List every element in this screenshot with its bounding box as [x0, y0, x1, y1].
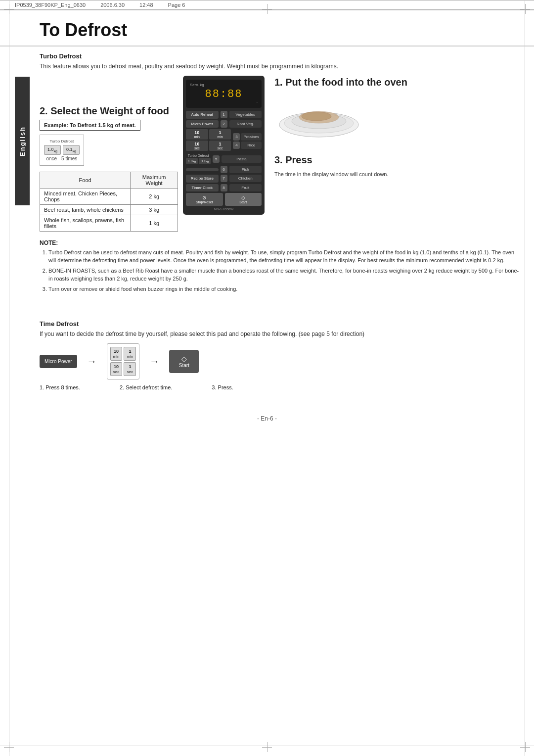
step1-section: 1. Put the food into the oven	[274, 76, 519, 143]
row-6: 6 Fish	[186, 166, 262, 173]
three-col-layout: 2. Select the Weight of food Example: To…	[40, 76, 519, 232]
recipe-store-btn[interactable]: Recipe Store	[186, 175, 219, 183]
table-row: Beef roast, lamb, whole chickens 3 kg	[40, 204, 178, 215]
micro-power-text: Micro Power	[44, 359, 72, 364]
time-1min-btn[interactable]: 1min	[124, 347, 136, 361]
micro-power-button[interactable]: Micro Power	[40, 355, 77, 368]
turbo-defrost-heading: Turbo Defrost	[40, 52, 519, 60]
timer-clock-row: Timer Clock 8 Fruit	[186, 184, 262, 192]
time-10min-btn[interactable]: 10min	[110, 347, 123, 361]
note-item: Turn over or remove or shield food when …	[48, 285, 519, 293]
turbo-btn-1kg: 1.0kg	[44, 145, 61, 155]
crosshair-bc	[262, 742, 272, 752]
turbo-buttons-demo: 1.0kg 0.1kg	[44, 145, 80, 155]
time-defrost-step: 1. Press 8 times.	[40, 384, 80, 390]
blank-btn-6	[186, 168, 219, 171]
crosshair-tr	[520, 4, 530, 14]
food-cell: Beef roast, lamb, whole chickens	[40, 204, 131, 215]
btn-num-3: 3	[233, 133, 240, 141]
10sec-btn[interactable]: 10sec	[186, 141, 208, 151]
page-title: To Defrost	[0, 10, 534, 47]
crosshair-bl	[4, 742, 14, 752]
step3-heading: 3. Press	[274, 153, 519, 166]
turbo-01kg-btn[interactable]: 0.1kg	[199, 158, 211, 164]
bottom-action-row: ⊘ Stop/Reset ◇ Start	[186, 193, 262, 206]
pasta-label: Pasta	[222, 155, 262, 163]
start-btn-text: Start	[179, 363, 189, 368]
root-veg-label: Root Veg.	[229, 120, 262, 128]
display-area: Serv. kg 88:88 ·	[186, 80, 262, 108]
1sec-btn[interactable]: 1sec	[209, 141, 231, 151]
micro-power-btn[interactable]: Micro Power	[186, 120, 219, 128]
weight-section: 2. Select the Weight of food Example: To…	[40, 105, 178, 232]
time-defrost-diagram: Micro Power → 10min 1min 10sec 1sec → ◇ …	[40, 343, 519, 379]
time-row-1: 10min 1min 10sec 1sec 3 Potatoes 4	[186, 129, 262, 152]
time-btns-group1: 10min 1min 10sec 1sec	[186, 129, 231, 151]
1min-btn[interactable]: 1min	[209, 129, 231, 140]
fruit-label: Fruit	[229, 184, 262, 191]
main-content: Turbo Defrost This feature allows you to…	[0, 52, 534, 405]
header-page: Page 6	[168, 2, 185, 8]
time-1sec-btn[interactable]: 1sec	[124, 362, 136, 376]
btn-num-7: 7	[221, 175, 227, 182]
btn-num-1: 1	[221, 111, 227, 118]
step3-desc: The time in the display window will coun…	[274, 170, 519, 179]
turbo-1kg-btn[interactable]: 1.0kg	[186, 158, 198, 164]
table-row: Minced meat, Chicken Pieces, Chops 2 kg	[40, 188, 178, 204]
col-right: 1. Put the food into the oven	[274, 76, 519, 179]
step2-heading: 2. Select the Weight of food	[40, 105, 178, 117]
col-left: 2. Select the Weight of food Example: To…	[40, 76, 178, 232]
vegetables-label: Vegetables	[229, 111, 262, 118]
turbo-btn-0kg: 0.1kg	[63, 145, 80, 155]
note-heading: NOTE:	[40, 239, 519, 246]
header-date: 2006.6.30	[100, 2, 125, 8]
start-btn[interactable]: ◇ Start	[225, 193, 262, 206]
weight-cell: 3 kg	[131, 204, 178, 215]
recipe-store-row: Recipe Store 7 Chicken	[186, 175, 262, 183]
header-file-info: IP0539_38F90KP_Eng_0630	[15, 2, 86, 8]
start-icon: ◇	[176, 355, 192, 363]
turbo-label: Turbo Defrost	[186, 154, 211, 157]
note-item: Turbo Defrost can be used to defrost man…	[48, 248, 519, 265]
chicken-label: Chicken	[229, 175, 262, 182]
turbo-defrost-row: Turbo Defrost 1.0kg 0.1kg 5 Pasta	[186, 154, 262, 164]
header-time: 12:48	[139, 2, 153, 8]
time-defrost-step: 2. Select defrost time.	[120, 384, 172, 390]
food-col-header: Food	[40, 172, 131, 188]
fish-label: Fish	[229, 166, 262, 173]
time-defrost-step: 3. Press.	[212, 384, 233, 390]
time-defrost-section: Time Defrost If you want to decide the d…	[40, 308, 519, 390]
weight-cell: 2 kg	[131, 188, 178, 204]
stop-reset-btn[interactable]: ⊘ Stop/Reset	[186, 193, 223, 206]
micro-power-row: Micro Power 2 Root Veg.	[186, 120, 262, 128]
timer-clock-btn[interactable]: Timer Clock	[186, 184, 219, 192]
display-serv-kg: Serv. kg	[190, 83, 258, 87]
food-cell: Minced meat, Chicken Pieces, Chops	[40, 188, 131, 204]
btn-num-5: 5	[213, 155, 220, 163]
sidebar-label: English	[19, 126, 26, 156]
microwave-panel: Serv. kg 88:88 · Auto Reheat 1 Vegetable…	[183, 76, 265, 215]
page-number: - En-6 -	[0, 405, 534, 427]
weight-cell: 1 kg	[131, 215, 178, 231]
english-sidebar: English	[15, 77, 30, 205]
10min-btn[interactable]: 10min	[186, 129, 208, 140]
display-digits: 88:88	[190, 88, 258, 100]
auto-reheat-btn[interactable]: Auto Reheat	[186, 111, 219, 119]
start-button-large[interactable]: ◇ Start	[169, 350, 199, 373]
stop-reset-label: Stop/Reset	[196, 200, 213, 204]
weight-col-header: Maximum Weight	[131, 172, 178, 188]
time-defrost-steps: 1. Press 8 times.2. Select defrost time.…	[40, 384, 519, 390]
step3-section: 3. Press The time in the display window …	[274, 153, 519, 179]
5times-label: 5 times	[61, 156, 77, 161]
note-item: BONE-IN ROASTS, such as a Beef Rib Roast…	[48, 267, 519, 283]
once-5times: once 5 times	[44, 156, 80, 161]
turbo-diagram: Turbo Defrost 1.0kg 0.1kg once 5 times	[40, 135, 84, 166]
step1-heading: 1. Put the food into the oven	[274, 76, 519, 89]
time-10sec-btn[interactable]: 10sec	[110, 362, 123, 376]
btn-num-6: 6	[221, 166, 227, 173]
crosshair-tc	[262, 4, 272, 14]
example-box: Example: To Defrost 1.5 kg of meat.	[40, 120, 140, 131]
food-table: Food Maximum Weight Minced meat, Chicken…	[40, 172, 178, 232]
panel-model: NN-ST656W	[186, 207, 262, 211]
time-defrost-desc: If you want to decide the defrost time b…	[40, 330, 519, 338]
